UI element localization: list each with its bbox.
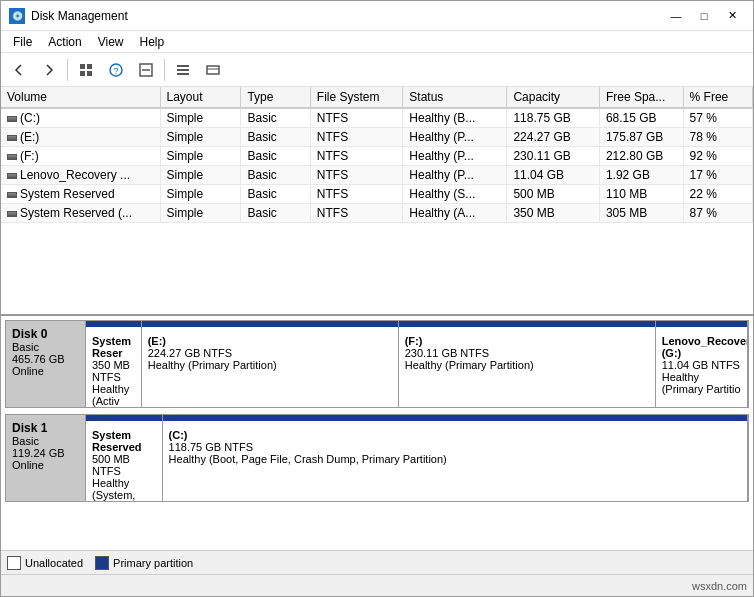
table-row[interactable]: (C:) Simple Basic NTFS Healthy (B... 118… [1, 108, 753, 128]
partition[interactable]: (E:) 224.27 GB NTFS Healthy (Primary Par… [142, 321, 399, 407]
close-button[interactable]: ✕ [719, 6, 745, 26]
partition-status: Healthy (Primary Partition) [405, 359, 649, 371]
col-status[interactable]: Status [403, 87, 507, 108]
disk-label-disk1: Disk 1 Basic 119.24 GB Online [6, 415, 86, 501]
partition-name: (E:) [148, 335, 392, 347]
col-pctfree[interactable]: % Free [683, 87, 752, 108]
cell-pct: 17 % [683, 166, 752, 185]
disk-partitions-disk1: System Reserved 500 MB NTFS Healthy (Sys… [86, 415, 748, 501]
menu-bar: File Action View Help [1, 31, 753, 53]
cell-free: 1.92 GB [599, 166, 683, 185]
cell-free: 68.15 GB [599, 108, 683, 128]
table-row[interactable]: Lenovo_Recovery ... Simple Basic NTFS He… [1, 166, 753, 185]
svg-text:?: ? [113, 66, 118, 76]
cell-status: Healthy (P... [403, 147, 507, 166]
partition-status: Healthy (Boot, Page File, Crash Dump, Pr… [169, 453, 741, 465]
minus-button[interactable] [132, 57, 160, 83]
partition-fs: 118.75 GB NTFS [169, 441, 741, 453]
cell-free: 305 MB [599, 204, 683, 223]
col-type[interactable]: Type [241, 87, 310, 108]
menu-view[interactable]: View [90, 33, 132, 51]
title-bar: 💿 Disk Management — □ ✕ [1, 1, 753, 31]
partition[interactable]: System Reserved 500 MB NTFS Healthy (Sys… [86, 415, 163, 501]
cell-capacity: 118.75 GB [507, 108, 600, 128]
legend-unallocated-box [7, 556, 21, 570]
cell-layout: Simple [160, 204, 241, 223]
partition[interactable]: (C:) 118.75 GB NTFS Healthy (Boot, Page … [163, 415, 748, 501]
cell-volume: (F:) [1, 147, 160, 166]
cell-capacity: 224.27 GB [507, 128, 600, 147]
toolbar-extra-button[interactable] [199, 57, 227, 83]
cell-type: Basic [241, 185, 310, 204]
cell-type: Basic [241, 147, 310, 166]
cell-status: Healthy (P... [403, 166, 507, 185]
disk-size: 119.24 GB [12, 447, 79, 459]
cell-fs: NTFS [310, 128, 403, 147]
cell-fs: NTFS [310, 204, 403, 223]
cell-volume: (C:) [1, 108, 160, 128]
svg-rect-8 [177, 65, 189, 67]
table-row[interactable]: (E:) Simple Basic NTFS Healthy (P... 224… [1, 128, 753, 147]
svg-rect-10 [177, 73, 189, 75]
volume-table-area[interactable]: Volume Layout Type File System Status Ca… [1, 87, 753, 316]
disk-partitions-disk0: System Reser 350 MB NTFS Healthy (Activ … [86, 321, 748, 407]
col-volume[interactable]: Volume [1, 87, 160, 108]
partition[interactable]: System Reser 350 MB NTFS Healthy (Activ [86, 321, 142, 407]
partition-fs: 230.11 GB NTFS [405, 347, 649, 359]
cell-layout: Simple [160, 185, 241, 204]
col-filesystem[interactable]: File System [310, 87, 403, 108]
legend-primary: Primary partition [95, 556, 193, 570]
partition-name: (C:) [169, 429, 741, 441]
partition[interactable]: Lenovo_Recovery (G:) 11.04 GB NTFS Healt… [656, 321, 748, 407]
partition-status: Healthy (System, Active, Primary P [92, 477, 156, 501]
cell-fs: NTFS [310, 108, 403, 128]
partition[interactable]: (F:) 230.11 GB NTFS Healthy (Primary Par… [399, 321, 656, 407]
table-row[interactable]: System Reserved Simple Basic NTFS Health… [1, 185, 753, 204]
app-icon: 💿 [9, 8, 25, 24]
table-row[interactable]: System Reserved (... Simple Basic NTFS H… [1, 204, 753, 223]
window-title: Disk Management [31, 9, 128, 23]
partition-fs: 350 MB NTFS [92, 359, 135, 383]
menu-help[interactable]: Help [132, 33, 173, 51]
toolbar: ? [1, 53, 753, 87]
cell-type: Basic [241, 166, 310, 185]
cell-status: Healthy (A... [403, 204, 507, 223]
svg-rect-11 [207, 66, 219, 74]
partition-fs: 11.04 GB NTFS [662, 359, 741, 371]
cell-pct: 22 % [683, 185, 752, 204]
col-freespace[interactable]: Free Spa... [599, 87, 683, 108]
cell-type: Basic [241, 108, 310, 128]
toolbar-separator-1 [67, 59, 68, 81]
svg-rect-3 [87, 71, 92, 76]
cell-status: Healthy (P... [403, 128, 507, 147]
grid-button[interactable] [72, 57, 100, 83]
status-bar: wsxdn.com [1, 574, 753, 596]
help-button[interactable]: ? [102, 57, 130, 83]
col-layout[interactable]: Layout [160, 87, 241, 108]
maximize-button[interactable]: □ [691, 6, 717, 26]
forward-button[interactable] [35, 57, 63, 83]
minimize-button[interactable]: — [663, 6, 689, 26]
legend: Unallocated Primary partition [1, 550, 753, 574]
back-button[interactable] [5, 57, 33, 83]
table-row[interactable]: (F:) Simple Basic NTFS Healthy (P... 230… [1, 147, 753, 166]
window-controls: — □ ✕ [663, 6, 745, 26]
disk-status: Online [12, 459, 79, 471]
cell-capacity: 500 MB [507, 185, 600, 204]
cell-pct: 78 % [683, 128, 752, 147]
status-text: wsxdn.com [692, 580, 747, 592]
menu-file[interactable]: File [5, 33, 40, 51]
disk-status: Online [12, 365, 79, 377]
toolbar-separator-2 [164, 59, 165, 81]
list-button[interactable] [169, 57, 197, 83]
menu-action[interactable]: Action [40, 33, 89, 51]
disk-row-disk0: Disk 0 Basic 465.76 GB Online System Res… [5, 320, 749, 408]
cell-status: Healthy (B... [403, 108, 507, 128]
disk-type: Basic [12, 341, 79, 353]
col-capacity[interactable]: Capacity [507, 87, 600, 108]
cell-capacity: 350 MB [507, 204, 600, 223]
partition-status: Healthy (Activ [92, 383, 135, 407]
legend-unallocated: Unallocated [7, 556, 83, 570]
cell-pct: 87 % [683, 204, 752, 223]
cell-fs: NTFS [310, 147, 403, 166]
